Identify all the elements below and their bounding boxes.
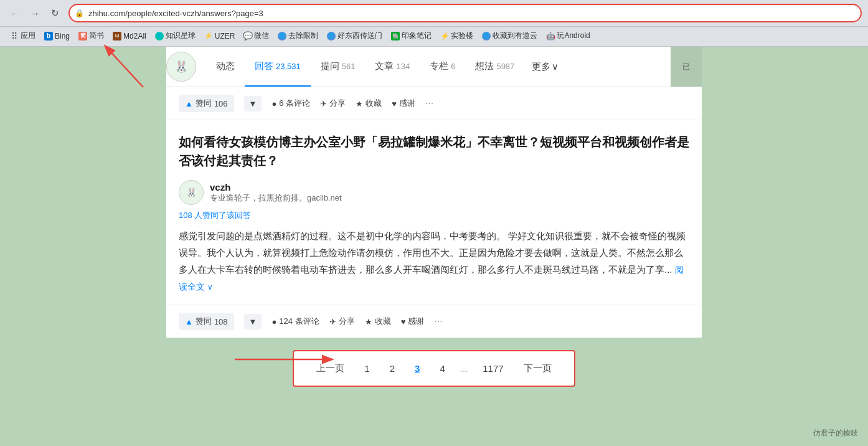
android-icon: 🤖 bbox=[546, 32, 555, 40]
thanks-label-bottom: 感谢 bbox=[408, 316, 424, 327]
tab-tiwen[interactable]: 提问 561 bbox=[311, 47, 366, 87]
tab-wenzhang[interactable]: 文章 134 bbox=[365, 47, 420, 87]
page-1-button[interactable]: 1 bbox=[357, 359, 377, 377]
bookmark-wechat-label: 微信 bbox=[254, 31, 269, 41]
share-link-bottom[interactable]: ✈ 分享 bbox=[329, 316, 355, 327]
collect-icon-bottom: ★ bbox=[365, 317, 372, 326]
answer-text: 感觉引发问题的是点燃酒精灯的过程。这不是初中化学的内容吗，中考要考的。 学好文化… bbox=[179, 227, 689, 295]
answer-section: 如何看待女孩模仿博主办公室小野「易拉罐制爆米花」不幸离世？短视频平台和视频创作者… bbox=[166, 120, 702, 295]
more-actions-bottom[interactable]: ··· bbox=[434, 316, 442, 327]
thanks-label-top: 感谢 bbox=[399, 98, 415, 109]
nav-buttons: ← → ↻ bbox=[6, 4, 64, 22]
tab-dongtai[interactable]: 动态 bbox=[206, 47, 245, 87]
collect-link-top[interactable]: ★ 收藏 bbox=[356, 98, 382, 109]
bookmark-haodong-label: 好东西传送门 bbox=[337, 31, 382, 41]
thanks-link-top[interactable]: ♥ 感谢 bbox=[392, 98, 415, 109]
md2all-icon: M bbox=[113, 32, 121, 40]
comments-label-top: 6 条评论 bbox=[279, 98, 310, 109]
author-name[interactable]: vczh bbox=[210, 182, 342, 192]
question-title: 如何看待女孩模仿博主办公室小野「易拉罐制爆米花」不幸离世？短视频平台和视频创作者… bbox=[179, 133, 689, 170]
address-bar[interactable] bbox=[68, 4, 862, 22]
back-button[interactable]: ← bbox=[6, 4, 24, 22]
vote-count: 108 人赞同了该回答 bbox=[179, 210, 689, 221]
bookmark-bing-label: Bing bbox=[55, 32, 70, 40]
page-4-button[interactable]: 4 bbox=[432, 359, 452, 377]
bookmark-shoucang[interactable]: 🌐 收藏到有道云 bbox=[478, 29, 541, 42]
refresh-button[interactable]: ↻ bbox=[46, 4, 64, 22]
share-icon-top: ✈ bbox=[320, 99, 327, 108]
bookmarks-bar: ⠿ 应用 b Bing 简 简书 M Md2All 🌐 知识星球 ⚡ UZER … bbox=[0, 27, 868, 47]
bookmark-android-label: 玩Android bbox=[557, 31, 590, 41]
haodong-icon: 🌐 bbox=[327, 32, 336, 40]
thanks-link-bottom[interactable]: ♥ 感谢 bbox=[401, 316, 425, 327]
lock-icon: 🔒 bbox=[75, 9, 84, 17]
bookmark-md2all[interactable]: M Md2All bbox=[109, 31, 150, 42]
comments-icon-bottom: ● bbox=[271, 317, 276, 326]
action-bar-top: ▲ 赞同 106 ▼ ● 6 条评论 ✈ 分享 ★ 收藏 ♥ 感谢 ··· bbox=[166, 87, 702, 120]
forward-button[interactable]: → bbox=[26, 4, 44, 22]
shoucang-icon: 🌐 bbox=[482, 32, 491, 40]
tab-wenzhang-label: 文章 bbox=[375, 60, 394, 72]
page-2-button[interactable]: 2 bbox=[382, 359, 402, 377]
vote-up-button-bottom[interactable]: ▲ 赞同 108 bbox=[179, 313, 234, 330]
vote-down-button-top[interactable]: ▼ bbox=[244, 96, 262, 112]
svg-line-0 bbox=[106, 47, 143, 87]
tab-huida[interactable]: 回答 23,531 bbox=[245, 47, 311, 87]
vote-up-icon-top: ▲ bbox=[185, 99, 193, 108]
bookmark-zhishi-label: 知识星球 bbox=[166, 31, 196, 41]
share-link-top[interactable]: ✈ 分享 bbox=[320, 98, 346, 109]
vote-down-button-bottom[interactable]: ▼ bbox=[244, 314, 262, 330]
tab-more[interactable]: 更多 ∨ bbox=[524, 61, 566, 73]
vote-up-count-bottom: 108 bbox=[214, 317, 228, 326]
bookmark-md2all-label: Md2All bbox=[123, 32, 146, 40]
next-page-button[interactable]: 下一页 bbox=[516, 359, 559, 378]
bookmark-quchu[interactable]: 🌐 去除限制 bbox=[274, 29, 322, 42]
bookmark-haodong[interactable]: 🌐 好东西传送门 bbox=[323, 29, 386, 42]
author-info: vczh 专业造轮子，拉黑抢前排。gaclib.net bbox=[210, 182, 342, 204]
bookmark-shiyanlou[interactable]: ⚡ 实验楼 bbox=[436, 29, 477, 42]
tab-more-label: 更多 bbox=[532, 61, 550, 73]
bookmark-wechat[interactable]: 💬 微信 bbox=[240, 29, 273, 42]
bookmark-android[interactable]: 🤖 玩Android bbox=[542, 29, 593, 42]
more-actions-top[interactable]: ··· bbox=[425, 98, 433, 109]
tab-xiangfa-label: 想法 bbox=[475, 60, 494, 72]
tab-huida-label: 回答 bbox=[255, 60, 273, 72]
bookmark-uzer[interactable]: ⚡ UZER bbox=[200, 31, 239, 42]
share-icon-bottom: ✈ bbox=[329, 317, 336, 326]
tab-zhuanlan-badge: 6 bbox=[451, 62, 455, 71]
bookmark-jianshu[interactable]: 简 简书 bbox=[75, 29, 108, 42]
right-panel-text: 已 bbox=[682, 62, 690, 72]
comments-link-top[interactable]: ● 6 条评论 bbox=[271, 98, 310, 109]
last-page-button[interactable]: 1177 bbox=[475, 359, 511, 377]
quchu-icon: 🌐 bbox=[278, 32, 286, 40]
bookmark-yinxiang[interactable]: 🐘 印象笔记 bbox=[387, 29, 435, 42]
page-wrapper: 🐰 动态 回答 23,531 提问 561 文章 134 bbox=[0, 47, 868, 437]
collect-link-bottom[interactable]: ★ 收藏 bbox=[365, 316, 391, 327]
vote-up-icon-bottom: ▲ bbox=[185, 317, 193, 326]
tab-dongtai-label: 动态 bbox=[216, 60, 235, 72]
tab-tiwen-label: 提问 bbox=[321, 60, 339, 72]
comments-link-bottom[interactable]: ● 124 条评论 bbox=[271, 316, 319, 327]
action-bar-bottom: ▲ 赞同 108 ▼ ● 124 条评论 ✈ 分享 ★ 收藏 ♥ 感谢 ··· bbox=[166, 305, 702, 338]
tab-tiwen-badge: 561 bbox=[342, 62, 356, 71]
author-avatar: 🐰 bbox=[179, 180, 204, 205]
bookmark-zhishi[interactable]: 🌐 知识星球 bbox=[151, 29, 199, 42]
right-panel-hint: 已 bbox=[671, 47, 702, 87]
bookmark-apps[interactable]: ⠿ 应用 bbox=[6, 29, 39, 42]
collect-label-top: 收藏 bbox=[366, 98, 382, 109]
bookmark-yinxiang-label: 印象笔记 bbox=[402, 31, 432, 41]
page-3-button[interactable]: 3 bbox=[407, 359, 427, 377]
tab-huida-badge: 23,531 bbox=[276, 62, 301, 71]
bookmark-bing[interactable]: b Bing bbox=[40, 31, 73, 42]
vote-up-button-top[interactable]: ▲ 赞同 106 bbox=[179, 95, 234, 112]
vote-up-label-top: 赞同 bbox=[196, 98, 212, 109]
chevron-down-icon: ∨ bbox=[552, 61, 559, 72]
collect-icon-top: ★ bbox=[356, 99, 363, 108]
author-bio: 专业造轮子，拉黑抢前排。gaclib.net bbox=[210, 192, 342, 204]
prev-page-button[interactable]: 上一页 bbox=[309, 359, 352, 378]
nav-tabs: 动态 回答 23,531 提问 561 文章 134 专栏 6 bbox=[206, 47, 702, 87]
jianshu-icon: 简 bbox=[78, 32, 87, 40]
annotation-arrow-bookmark bbox=[87, 40, 162, 90]
tab-zhuanlan[interactable]: 专栏 6 bbox=[420, 47, 465, 87]
tab-xiangfa[interactable]: 想法 5987 bbox=[465, 47, 524, 87]
